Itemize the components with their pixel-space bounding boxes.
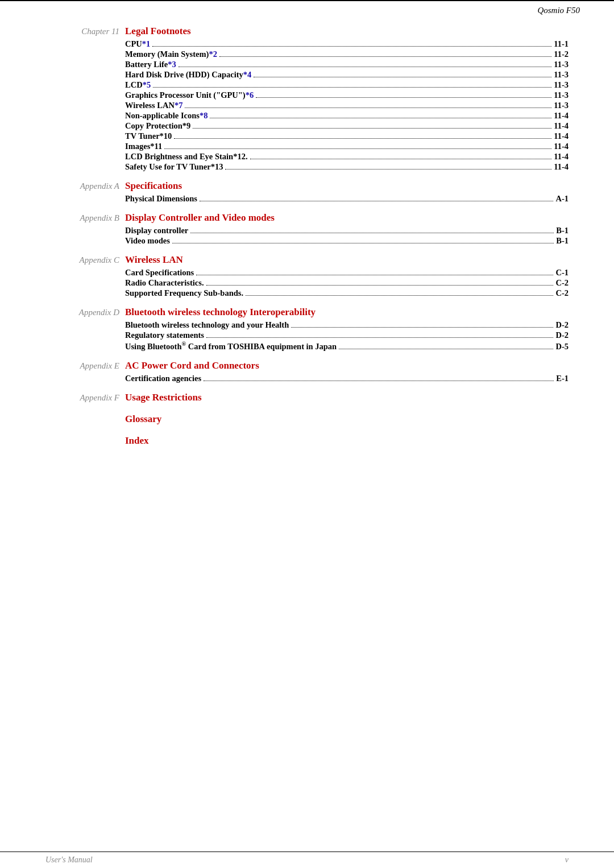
toc-item-3-0: Card SpecificationsC-1 bbox=[125, 268, 569, 278]
toc-section-5: Appendix EAC Power Cord and ConnectorsCe… bbox=[45, 360, 569, 384]
toc-page-3-1: C-2 bbox=[555, 278, 569, 288]
toc-page-0-1: 11-2 bbox=[554, 49, 569, 59]
toc-item-text-1-0: Physical Dimensions bbox=[125, 194, 197, 204]
toc-label-4: Appendix D bbox=[45, 308, 125, 317]
toc-item-link-0-6[interactable]: *7 bbox=[175, 101, 183, 110]
toc-heading-7[interactable]: Glossary bbox=[125, 414, 569, 425]
toc-item-0-9: TV Tuner*1011-4 bbox=[125, 131, 569, 141]
toc-dots-0-11 bbox=[250, 159, 552, 159]
toc-item-text-3-1: Radio Characteristics. bbox=[125, 278, 204, 288]
toc-dots-3-1 bbox=[206, 285, 554, 286]
toc-dots-2-0 bbox=[190, 233, 554, 233]
toc-heading-3[interactable]: Wireless LAN bbox=[125, 254, 569, 266]
toc-item-text-2-0: Display controller bbox=[125, 226, 188, 235]
toc-item-text-0-8: Copy Protection*9 bbox=[125, 121, 190, 131]
toc-section-4: Appendix DBluetooth wireless technology … bbox=[45, 307, 569, 352]
toc-heading-4[interactable]: Bluetooth wireless technology Interopera… bbox=[125, 307, 569, 318]
toc-item-text-3-2: Supported Frequency Sub-bands. bbox=[125, 288, 243, 298]
toc-right-0: Legal FootnotesCPU*111-1Memory (Main Sys… bbox=[125, 26, 569, 172]
toc-page-4-2: D-5 bbox=[555, 342, 569, 352]
toc-dots-1-0 bbox=[200, 201, 554, 201]
toc-item-4-2: Using Bluetooth® Card from TOSHIBA equip… bbox=[125, 341, 569, 352]
toc-item-0-3: Hard Disk Drive (HDD) Capacity*411-3 bbox=[125, 70, 569, 80]
toc-page-0-4: 11-3 bbox=[554, 80, 569, 90]
toc-item-text-0-12: Safety Use for TV Tuner*13 bbox=[125, 162, 223, 172]
toc-dots-0-9 bbox=[174, 138, 551, 139]
toc-item-0-1: Memory (Main System)*211-2 bbox=[125, 49, 569, 59]
toc-item-0-10: Images*1111-4 bbox=[125, 142, 569, 151]
toc-item-link-0-2[interactable]: *3 bbox=[168, 60, 176, 69]
toc-item-link-0-1[interactable]: *2 bbox=[209, 49, 217, 59]
toc-item-text-0-2[interactable]: Battery Life*3 bbox=[125, 60, 176, 69]
toc-right-4: Bluetooth wireless technology Interopera… bbox=[125, 307, 569, 352]
toc-dots-0-12 bbox=[225, 169, 551, 170]
toc-entry-6: Appendix FUsage Restrictions bbox=[45, 392, 569, 406]
toc-page-4-1: D-2 bbox=[555, 330, 569, 340]
toc-item-0-2: Battery Life*311-3 bbox=[125, 60, 569, 69]
toc-item-link-0-0[interactable]: *1 bbox=[142, 39, 151, 48]
toc-entry-8: Index bbox=[45, 435, 569, 449]
toc-label-6: Appendix F bbox=[45, 393, 125, 403]
toc-heading-6[interactable]: Usage Restrictions bbox=[125, 392, 569, 403]
toc-page-0-11: 11-4 bbox=[554, 152, 569, 162]
toc-item-text-4-2: Using Bluetooth® Card from TOSHIBA equip… bbox=[125, 341, 337, 352]
toc-item-text-0-6[interactable]: Wireless LAN*7 bbox=[125, 101, 182, 110]
toc-page-0-2: 11-3 bbox=[554, 60, 569, 69]
toc-right-8: Index bbox=[125, 435, 569, 449]
toc-page-3-2: C-2 bbox=[555, 288, 569, 298]
toc-dots-0-6 bbox=[185, 108, 551, 108]
toc-heading-8[interactable]: Index bbox=[125, 435, 569, 447]
toc-dots-0-4 bbox=[153, 87, 551, 88]
toc-item-link-0-5[interactable]: *6 bbox=[246, 90, 254, 100]
toc-dots-0-3 bbox=[254, 77, 551, 77]
toc-item-2-1: Video modesB-1 bbox=[125, 236, 569, 246]
toc-page-1-0: A-1 bbox=[555, 194, 569, 204]
toc-item-text-0-4[interactable]: LCD*5 bbox=[125, 80, 151, 90]
toc-dots-0-2 bbox=[179, 67, 551, 67]
toc-item-0-0: CPU*111-1 bbox=[125, 39, 569, 49]
toc-heading-1[interactable]: Specifications bbox=[125, 180, 569, 192]
toc-section-3: Appendix CWireless LANCard Specification… bbox=[45, 254, 569, 299]
toc-item-4-1: Regulatory statementsD-2 bbox=[125, 330, 569, 340]
toc-item-text-3-0: Card Specifications bbox=[125, 268, 194, 278]
toc-dots-0-10 bbox=[164, 148, 551, 149]
footer-content: User's Manual v bbox=[0, 852, 614, 868]
toc-page-0-7: 11-4 bbox=[554, 111, 569, 121]
toc-item-link-0-7[interactable]: *8 bbox=[200, 111, 208, 120]
toc-item-2-0: Display controllerB-1 bbox=[125, 226, 569, 235]
toc-page-0-6: 11-3 bbox=[554, 101, 569, 110]
toc-item-4-0: Bluetooth wireless technology and your H… bbox=[125, 320, 569, 330]
toc-item-0-12: Safety Use for TV Tuner*1311-4 bbox=[125, 162, 569, 172]
toc-section-6: Appendix FUsage Restrictions bbox=[45, 392, 569, 406]
toc-page-0-3: 11-3 bbox=[554, 70, 569, 80]
toc-item-0-5: Graphics Processor Unit ("GPU")*611-3 bbox=[125, 90, 569, 100]
toc-dots-4-1 bbox=[206, 337, 554, 338]
toc-heading-5[interactable]: AC Power Cord and Connectors bbox=[125, 360, 569, 371]
toc-content: Chapter 11Legal FootnotesCPU*111-1Memory… bbox=[0, 20, 614, 502]
toc-page-0-9: 11-4 bbox=[554, 131, 569, 141]
toc-item-link-0-4[interactable]: *5 bbox=[143, 80, 151, 89]
toc-item-text-0-0[interactable]: CPU*1 bbox=[125, 39, 150, 49]
toc-item-text-0-3[interactable]: Hard Disk Drive (HDD) Capacity*4 bbox=[125, 70, 251, 80]
toc-heading-0[interactable]: Legal Footnotes bbox=[125, 26, 569, 37]
toc-heading-2[interactable]: Display Controller and Video modes bbox=[125, 212, 569, 224]
toc-page-0-10: 11-4 bbox=[554, 142, 569, 151]
toc-page-2-0: B-1 bbox=[556, 226, 569, 235]
toc-dots-3-2 bbox=[246, 295, 553, 296]
toc-section-1: Appendix ASpecificationsPhysical Dimensi… bbox=[45, 180, 569, 204]
toc-label-2: Appendix B bbox=[45, 213, 125, 223]
toc-dots-4-2 bbox=[339, 349, 553, 349]
toc-item-text-4-0: Bluetooth wireless technology and your H… bbox=[125, 320, 289, 330]
footer-right: v bbox=[565, 855, 569, 865]
toc-right-3: Wireless LANCard SpecificationsC-1Radio … bbox=[125, 254, 569, 299]
toc-item-link-0-3[interactable]: *4 bbox=[243, 70, 252, 79]
toc-section-2: Appendix BDisplay Controller and Video m… bbox=[45, 212, 569, 246]
toc-item-text-0-7[interactable]: Non-applicable Icons*8 bbox=[125, 111, 208, 121]
page: Qosmio F50 Chapter 11Legal FootnotesCPU*… bbox=[0, 0, 614, 868]
toc-dots-2-1 bbox=[172, 243, 554, 243]
toc-page-4-0: D-2 bbox=[555, 320, 569, 330]
toc-item-text-0-1[interactable]: Memory (Main System)*2 bbox=[125, 49, 217, 59]
toc-item-0-8: Copy Protection*911-4 bbox=[125, 121, 569, 131]
toc-item-text-0-5[interactable]: Graphics Processor Unit ("GPU")*6 bbox=[125, 90, 254, 100]
toc-dots-5-0 bbox=[204, 381, 554, 381]
